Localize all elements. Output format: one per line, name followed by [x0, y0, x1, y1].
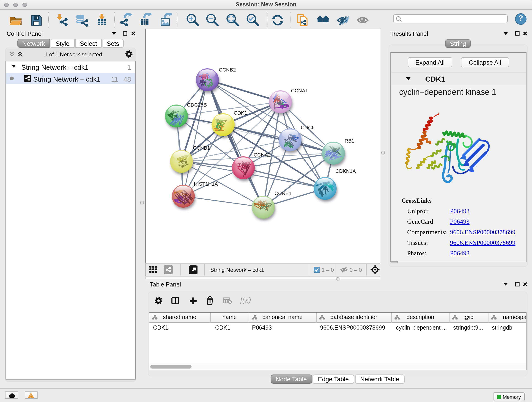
svg-text:HIST1H1A: HIST1H1A [194, 181, 218, 187]
svg-text:CCNB2: CCNB2 [219, 67, 236, 73]
svg-text:RB1: RB1 [345, 138, 355, 144]
svg-text:CCNB1: CCNB1 [193, 145, 210, 151]
svg-text:CDKN1A: CDKN1A [336, 168, 356, 174]
svg-text:CCNE1: CCNE1 [274, 191, 292, 196]
svg-text:CCNA1: CCNA1 [291, 88, 308, 94]
svg-text:CDC25B: CDC25B [187, 102, 207, 108]
svg-text:CDK1: CDK1 [234, 110, 247, 116]
svg-text:CCNA2: CCNA2 [254, 152, 271, 158]
svg-text:CDC6: CDC6 [301, 125, 315, 130]
